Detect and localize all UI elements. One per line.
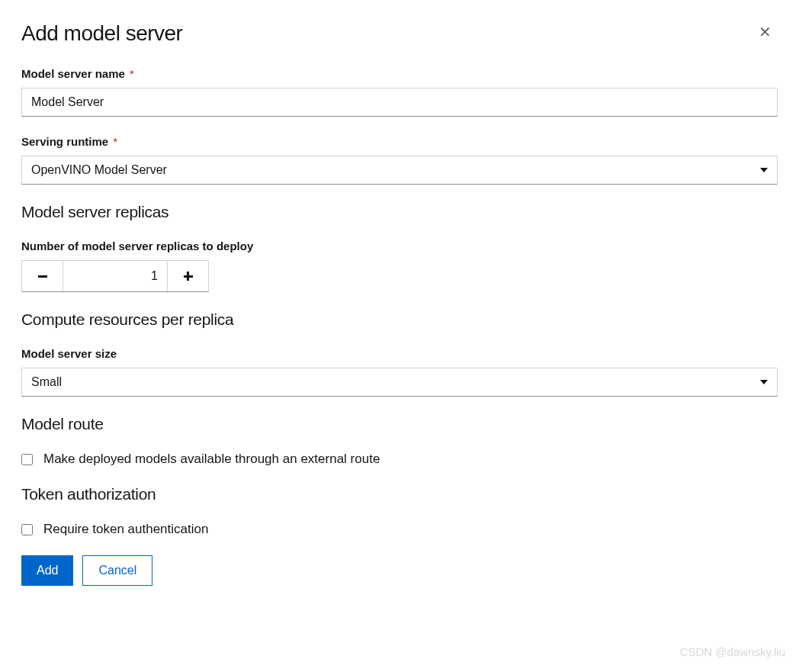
server-name-input[interactable] — [21, 88, 778, 117]
cancel-button[interactable]: Cancel — [82, 555, 152, 586]
add-button[interactable]: Add — [21, 555, 73, 586]
compute-heading: Compute resources per replica — [21, 310, 778, 329]
external-route-label: Make deployed models available through a… — [43, 452, 380, 467]
route-heading: Model route — [21, 415, 778, 433]
runtime-select[interactable]: OpenVINO Model Server — [21, 156, 778, 185]
required-asterisk-icon: * — [130, 67, 134, 80]
plus-icon — [184, 272, 193, 281]
replicas-count-input[interactable] — [63, 261, 167, 291]
runtime-selected-value: OpenVINO Model Server — [31, 163, 167, 177]
server-size-label: Model server size — [21, 347, 778, 360]
server-name-label-text: Model server name — [21, 67, 125, 80]
external-route-checkbox[interactable] — [21, 454, 33, 465]
runtime-label-text: Serving runtime — [21, 135, 108, 148]
required-asterisk-icon: * — [113, 135, 117, 148]
caret-down-icon — [760, 168, 768, 172]
replicas-increment-button[interactable] — [167, 261, 208, 291]
replicas-count-label: Number of model server replicas to deplo… — [21, 240, 778, 252]
server-size-select[interactable]: Small — [21, 368, 778, 397]
token-auth-checkbox[interactable] — [21, 524, 33, 535]
runtime-label: Serving runtime* — [21, 135, 778, 148]
close-icon: ✕ — [759, 24, 772, 40]
modal-title: Add model server — [21, 21, 182, 46]
replicas-heading: Model server replicas — [21, 203, 778, 221]
caret-down-icon — [760, 380, 768, 384]
close-button[interactable]: ✕ — [752, 21, 778, 43]
token-heading: Token authorization — [21, 485, 778, 503]
minus-icon — [38, 275, 47, 278]
token-auth-label: Require token authentication — [43, 522, 208, 537]
replicas-stepper — [21, 260, 209, 292]
server-size-selected-value: Small — [31, 375, 62, 389]
server-name-label: Model server name* — [21, 67, 778, 80]
replicas-decrement-button[interactable] — [22, 261, 63, 291]
